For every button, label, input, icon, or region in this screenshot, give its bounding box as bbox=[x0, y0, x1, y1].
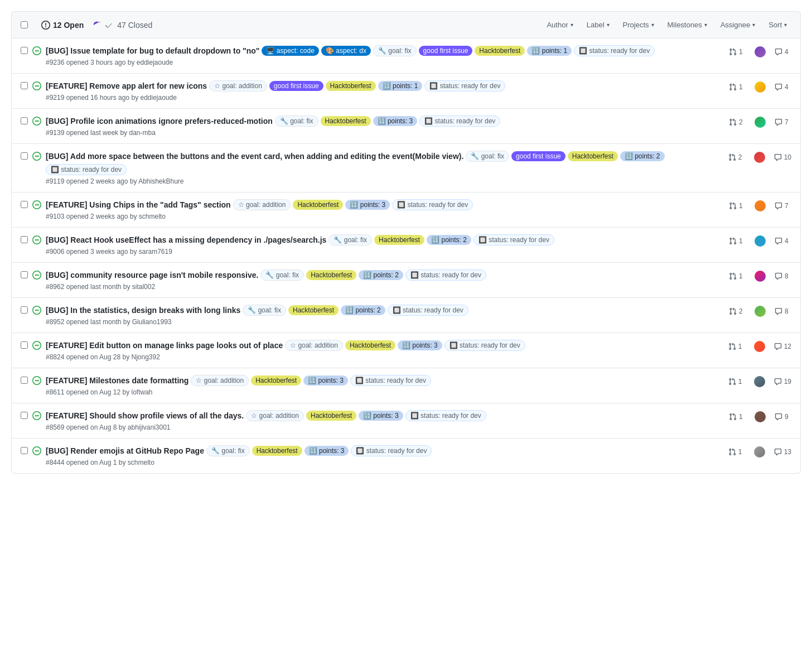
label-badge[interactable]: good first issue bbox=[269, 81, 323, 91]
issue-checkbox[interactable] bbox=[21, 271, 28, 280]
issue-author[interactable]: Giuliano1993 bbox=[132, 318, 172, 326]
label-badge[interactable]: ☆ goal: addition bbox=[285, 340, 343, 351]
label-badge[interactable]: 🔲 status: ready for dev bbox=[350, 375, 431, 386]
select-all-checkbox[interactable] bbox=[21, 21, 28, 28]
label-badge[interactable]: Hacktoberfest bbox=[293, 200, 343, 210]
label-badge[interactable]: 🖥️ aspect: code bbox=[262, 46, 318, 56]
issue-title[interactable]: [BUG] Profile icon animations ignore pre… bbox=[46, 117, 273, 126]
issue-checkbox[interactable] bbox=[21, 306, 28, 315]
issue-checkbox[interactable] bbox=[21, 412, 28, 421]
issue-author[interactable]: AbhishekBhure bbox=[138, 177, 183, 185]
issue-author[interactable]: loftwah bbox=[131, 388, 152, 396]
label-badge[interactable]: Hacktoberfest bbox=[306, 411, 356, 421]
label-badge[interactable]: Hacktoberfest bbox=[306, 270, 356, 280]
issue-title[interactable]: [FEATURE] Milestones date formatting bbox=[46, 376, 188, 385]
label-badge[interactable]: good first issue bbox=[419, 46, 473, 56]
label-badge[interactable]: 🔢 points: 1 bbox=[378, 81, 423, 91]
issue-title[interactable]: [BUG] community resource page isn't mobi… bbox=[46, 271, 258, 280]
milestones-caret: ▾ bbox=[704, 22, 707, 28]
label-badge[interactable]: 🔲 status: ready for dev bbox=[405, 269, 486, 281]
label-badge[interactable]: 🔢 points: 3 bbox=[345, 200, 390, 210]
label-badge[interactable]: 🔢 points: 2 bbox=[359, 270, 403, 280]
issue-checkbox[interactable] bbox=[21, 236, 28, 245]
label-badge[interactable]: 🔢 points: 1 bbox=[527, 46, 572, 56]
label-badge[interactable]: ☆ goal: addition bbox=[191, 375, 249, 386]
issue-title[interactable]: [FEATURE] Using Chips in the "add Tags" … bbox=[46, 200, 231, 209]
issue-content: [BUG] In the statistics, design breaks w… bbox=[46, 305, 724, 326]
issue-author[interactable]: Njong392 bbox=[131, 353, 160, 361]
label-badge[interactable]: Hacktoberfest bbox=[321, 116, 371, 126]
issue-checkbox[interactable] bbox=[21, 47, 28, 56]
issue-checkbox[interactable] bbox=[21, 341, 28, 350]
assignee-dropdown[interactable]: Assignee ▾ bbox=[716, 18, 760, 31]
issue-author[interactable]: abhijivani3001 bbox=[128, 423, 171, 431]
label-badge[interactable]: 🔧 goal: fix bbox=[466, 151, 509, 162]
milestones-dropdown[interactable]: Milestones ▾ bbox=[663, 18, 712, 31]
label-badge[interactable]: 🔲 status: ready for dev bbox=[351, 445, 432, 456]
label-badge[interactable]: 🔲 status: ready for dev bbox=[424, 80, 505, 92]
issue-title[interactable]: [BUG] React Hook useEffect has a missing… bbox=[46, 235, 326, 244]
label-badge[interactable]: ☆ goal: addition bbox=[233, 199, 291, 210]
issue-title[interactable]: [FEATURE] Remove app alert for new icons bbox=[46, 81, 207, 90]
label-badge[interactable]: Hacktoberfest bbox=[288, 305, 339, 315]
label-badge[interactable]: 🔲 status: ready for dev bbox=[388, 305, 468, 316]
label-badge[interactable]: 🔢 points: 3 bbox=[359, 411, 403, 421]
issue-title[interactable]: [BUG] Render emojis at GitHub Repo Page bbox=[46, 446, 204, 455]
sort-dropdown[interactable]: Sort ▾ bbox=[764, 18, 791, 31]
projects-dropdown[interactable]: Projects ▾ bbox=[618, 18, 659, 31]
label-badge[interactable]: 🔧 goal: fix bbox=[243, 305, 286, 316]
label-badge[interactable]: 🔲 status: ready for dev bbox=[444, 340, 525, 351]
issue-checkbox[interactable] bbox=[21, 447, 28, 456]
issue-author[interactable]: eddiejaoude bbox=[140, 94, 176, 102]
label-badge[interactable]: 🔧 goal: fix bbox=[328, 234, 372, 245]
label-badge[interactable]: Hacktoberfest bbox=[475, 46, 525, 56]
open-issues-tab[interactable]: 12 Open bbox=[41, 21, 84, 30]
label-badge[interactable]: 🔲 status: ready for dev bbox=[392, 199, 473, 210]
label-badge[interactable]: Hacktoberfest bbox=[345, 340, 395, 350]
label-badge[interactable]: 🔢 points: 3 bbox=[304, 446, 349, 456]
label-badge[interactable]: 🔧 goal: fix bbox=[206, 445, 250, 456]
issue-author[interactable]: sital002 bbox=[132, 283, 155, 291]
issue-checkbox[interactable] bbox=[21, 201, 28, 210]
issue-title[interactable]: [FEATURE] Should show profile views of a… bbox=[46, 411, 244, 420]
label-badge[interactable]: ☆ goal: addition bbox=[246, 410, 304, 421]
label-badge[interactable]: Hacktoberfest bbox=[326, 81, 376, 91]
label-badge[interactable]: ☆ goal: addition bbox=[209, 80, 267, 92]
label-badge[interactable]: Hacktoberfest bbox=[251, 375, 301, 386]
label-badge[interactable]: 🔧 goal: fix bbox=[260, 269, 304, 281]
issue-checkbox[interactable] bbox=[21, 117, 28, 126]
issue-author[interactable]: eddiejaoude bbox=[137, 59, 173, 66]
label-badge[interactable]: 🔧 goal: fix bbox=[373, 45, 417, 56]
label-badge[interactable]: 🔢 points: 2 bbox=[620, 151, 665, 161]
label-badge[interactable]: Hacktoberfest bbox=[374, 235, 424, 245]
issue-author[interactable]: saram7619 bbox=[139, 248, 172, 256]
label-badge[interactable]: 🔢 points: 3 bbox=[303, 375, 348, 386]
label-dropdown[interactable]: Label ▾ bbox=[582, 18, 614, 31]
label-badge[interactable]: 🔢 points: 3 bbox=[373, 116, 418, 126]
label-badge[interactable]: 🔢 points: 2 bbox=[427, 235, 471, 245]
label-badge[interactable]: 🔲 status: ready for dev bbox=[46, 164, 127, 175]
label-badge[interactable]: 🔲 status: ready for dev bbox=[574, 45, 655, 56]
label-badge[interactable]: 🔲 status: ready for dev bbox=[405, 410, 486, 421]
issue-author[interactable]: schmelto bbox=[128, 459, 154, 466]
issue-author[interactable]: schmelto bbox=[139, 213, 166, 220]
label-badge[interactable]: 🔲 status: ready for dev bbox=[419, 115, 500, 127]
issue-checkbox[interactable] bbox=[21, 377, 28, 386]
issue-title[interactable]: [BUG] In the statistics, design breaks w… bbox=[46, 306, 240, 315]
label-badge[interactable]: 🔢 points: 3 bbox=[398, 340, 442, 350]
closed-issues-tab[interactable]: 47 Closed bbox=[93, 21, 152, 30]
issue-title[interactable]: [BUG] Add more space between the buttons… bbox=[46, 152, 463, 161]
label-badge[interactable]: good first issue bbox=[511, 151, 566, 161]
label-badge[interactable]: Hacktoberfest bbox=[568, 151, 618, 161]
label-badge[interactable]: 🔢 points: 2 bbox=[341, 305, 385, 315]
label-badge[interactable]: 🎨 aspect: dx bbox=[321, 46, 371, 56]
issue-title[interactable]: [FEATURE] Edit button on manage links pa… bbox=[46, 341, 283, 350]
author-dropdown[interactable]: Author ▾ bbox=[542, 18, 577, 31]
label-badge[interactable]: 🔲 status: ready for dev bbox=[473, 234, 554, 245]
issue-checkbox[interactable] bbox=[21, 82, 28, 91]
issue-checkbox[interactable] bbox=[21, 152, 28, 161]
label-badge[interactable]: 🔧 goal: fix bbox=[275, 115, 318, 127]
issue-author[interactable]: dan-mba bbox=[129, 129, 155, 137]
issue-title[interactable]: [BUG] Issue template for bug to default … bbox=[46, 46, 259, 55]
label-badge[interactable]: Hacktoberfest bbox=[252, 446, 302, 456]
